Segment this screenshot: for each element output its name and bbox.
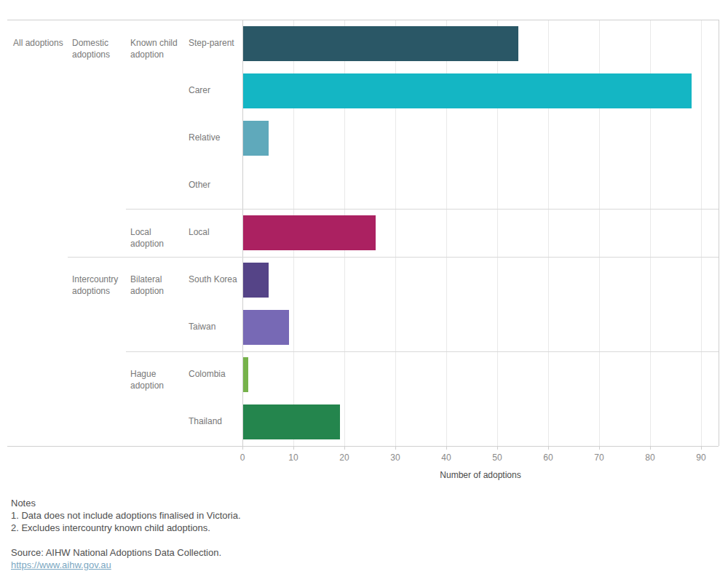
row-divider — [68, 257, 719, 258]
row-label-other[interactable]: Other — [189, 179, 244, 191]
pane-border-bottom — [7, 446, 719, 447]
x-tick-label: 90 — [687, 452, 716, 463]
row-label-taiwan[interactable]: Taiwan — [189, 321, 244, 332]
notes-heading: Notes — [11, 497, 241, 509]
x-tick-label: 70 — [585, 452, 614, 463]
bar-relative[interactable] — [243, 121, 269, 156]
row-label-carer[interactable]: Carer — [189, 84, 244, 96]
note-line-2: 2. Excludes intercountry known child ado… — [11, 522, 241, 534]
row-label-step-parent[interactable]: Step-parent — [189, 37, 244, 49]
row-header-intercountry-adoptions[interactable]: Intercountry adoptions — [72, 274, 122, 297]
row-divider — [126, 209, 719, 210]
bar-south-korea[interactable] — [243, 263, 269, 298]
x-tick-label: 80 — [636, 452, 665, 463]
pane-border-right — [719, 20, 719, 446]
row-header-domestic-adoptions[interactable]: Domestic adoptions — [72, 37, 122, 60]
row-label-colombia[interactable]: Colombia — [189, 368, 244, 380]
bar-carer[interactable] — [243, 73, 692, 108]
row-header-hague-adoption[interactable]: Hague adoption — [130, 368, 180, 391]
bar-taiwan[interactable] — [243, 310, 289, 345]
note-line-1: 1. Data does not include adoptions final… — [11, 509, 241, 522]
row-header-known-child-adoption[interactable]: Known child adoption — [130, 37, 180, 60]
x-tick-label: 0 — [228, 452, 257, 463]
bar-colombia[interactable] — [243, 357, 248, 392]
row-label-south-korea[interactable]: South Korea — [189, 274, 244, 285]
x-tick-label: 20 — [330, 452, 359, 463]
x-tick-label: 50 — [483, 452, 512, 463]
x-tick-label: 40 — [432, 452, 461, 463]
dashboard-canvas: 0102030405060708090All adoptionsDomestic… — [0, 0, 728, 582]
source-text: Source: AIHW National Adoptions Data Col… — [11, 546, 241, 559]
notes-caption: Notes 1. Data does not include adoptions… — [11, 497, 241, 571]
bar-local[interactable] — [243, 215, 376, 250]
row-header-bilateral-adoption[interactable]: Bilateral adoption — [130, 274, 180, 297]
pane-border-top — [7, 20, 719, 20]
x-axis-title: Number of adoptions — [242, 470, 719, 480]
adoptions-bar-chart: 0102030405060708090All adoptionsDomestic… — [0, 0, 728, 582]
row-header-local-adoption[interactable]: Local adoption — [130, 226, 180, 250]
x-tick-label: 30 — [381, 452, 410, 463]
x-tick-label: 60 — [534, 452, 563, 463]
gridline — [701, 20, 702, 446]
source-link[interactable]: https://www.aihw.gov.au — [11, 559, 111, 570]
x-tick-label: 10 — [279, 452, 308, 463]
row-header-all-adoptions[interactable]: All adoptions — [13, 37, 63, 49]
bar-step-parent[interactable] — [243, 26, 518, 61]
row-label-local[interactable]: Local — [189, 226, 244, 238]
row-label-relative[interactable]: Relative — [189, 132, 244, 143]
row-label-thailand[interactable]: Thailand — [189, 415, 244, 427]
row-divider — [126, 351, 719, 352]
bar-thailand[interactable] — [243, 404, 340, 439]
